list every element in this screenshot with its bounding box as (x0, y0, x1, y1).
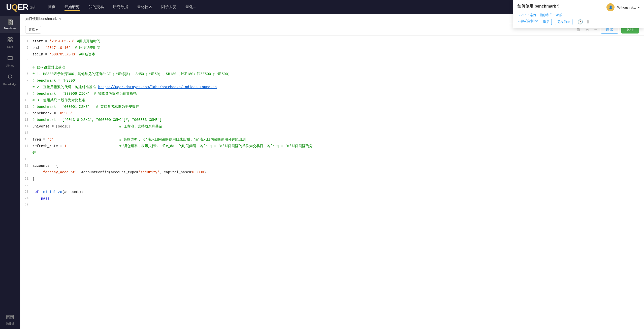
line-number: 3 (20, 51, 33, 58)
notebook-icon: 📓 (7, 20, 14, 25)
line-content: 'fantasy_account': AccountConfig(account… (33, 169, 644, 176)
line-content: universe = [secID] # 证券池，支持股票和基金 (33, 123, 644, 130)
line-number: 2 (20, 45, 33, 51)
top-navigation: UQER 优矿 首页 开始研究 我的交易 研究数据 量化社区 因子大赛 量化..… (0, 0, 644, 14)
line-content: # 3. 使用某只个股作为对比基准 (33, 97, 644, 104)
line-number: 5 (20, 64, 33, 71)
code-line-7: 7 # benchmark = 'HS300' (20, 77, 644, 84)
line-number: 22 (20, 182, 33, 189)
line-number: 6 (20, 71, 33, 77)
strategy-button[interactable]: 策略 ▾ (25, 26, 41, 34)
popup-api-link[interactable]: → API：案例，指数和单一标的 (517, 13, 640, 17)
nav-more[interactable]: 量化... (185, 4, 196, 11)
nav-contest[interactable]: 因子大赛 (161, 4, 176, 11)
nav-research[interactable]: 开始研究 (65, 4, 80, 11)
code-line-5: 5 # 如何设置对比基准 (20, 64, 644, 71)
code-line-11: 11 # benchmark = '000001.XSHE' # 策略参考标准为… (20, 104, 644, 110)
line-content: pass (33, 195, 644, 202)
sidebar-item-data[interactable]: Data (0, 33, 20, 52)
data-icon (7, 37, 13, 44)
line-number: 15 (20, 130, 33, 136)
line-content: benchmark = 'HS300' (33, 110, 644, 117)
line-number: 21 (20, 176, 33, 182)
line-number: 16 (20, 136, 33, 143)
nav-home[interactable]: 首页 (48, 4, 55, 11)
popup-dropdown-icon[interactable]: ▾ (638, 6, 640, 9)
line-content: # 2. 直接用指数的代码，构建对比基准 https://uqer.dataye… (33, 84, 644, 90)
code-line-9: 9 # benchmark = '399006.ZICN' # 策略参考标准为创… (20, 90, 644, 97)
code-line-17b: 钟 (20, 149, 644, 156)
sidebar-item-shortcuts[interactable]: ⌨ 快捷键 (0, 311, 20, 329)
line-content (33, 156, 644, 162)
sidebar-library-label: Library (6, 64, 14, 67)
main-layout: 📓 Notebook Data Libr (0, 14, 644, 329)
line-number: 4 (20, 58, 33, 64)
sidebar-shortcuts-label: 快捷键 (6, 322, 14, 325)
history-icon[interactable]: 🕐 (577, 19, 583, 25)
svg-rect-0 (8, 38, 10, 39)
line-content (33, 58, 644, 64)
line-number: 13 (20, 117, 33, 123)
code-line-15: 15 (20, 130, 644, 136)
sidebar-item-notebook[interactable]: 📓 Notebook (0, 16, 20, 33)
left-sidebar: 📓 Notebook Data Libr (0, 14, 20, 329)
line-number: 25 (20, 202, 33, 208)
line-number: 7 (20, 77, 33, 84)
code-line-12: 12 benchmark = 'HS300' (20, 110, 644, 117)
code-editor[interactable]: 1 start = '2014-05-28' #回测开始时间 2 end = '… (20, 36, 644, 329)
line-content: freq = 'd' # 策略类型，'d'表示日间策略使用日线回测，'m'表示日… (33, 136, 644, 143)
code-line-1: 1 start = '2014-05-28' #回测开始时间 (20, 38, 644, 45)
line-content: # benchmark = 'HS300' (33, 77, 644, 84)
line-content: refresh_rate = 1 # 调仓频率，表示执行handle_data的… (33, 143, 644, 149)
code-line-24: 24 pass (20, 195, 644, 202)
popup-actions: ←尝试自制list 重启 另存为lib 🕐 ⇧ (517, 19, 640, 25)
strategy-label: 策略 (28, 27, 35, 32)
line-content: # 如何设置对比基准 (33, 64, 644, 71)
popup-title: 如何使用 benchmark？ (517, 4, 560, 9)
strategy-dropdown-icon: ▾ (36, 28, 38, 32)
line-number: 12 (20, 110, 33, 117)
code-line-16: 16 freq = 'd' # 策略类型，'d'表示日间策略使用日线回测，'m'… (20, 136, 644, 143)
line-number: 20 (20, 169, 33, 176)
save-as-lib-button[interactable]: 另存为lib (555, 19, 572, 25)
code-line-19: 19 accounts = { (20, 162, 644, 169)
sidebar-item-library[interactable]: Library (0, 52, 20, 71)
knowledge-icon (7, 74, 13, 81)
line-number: 18 (20, 156, 33, 162)
nav-trade[interactable]: 我的交易 (89, 4, 104, 11)
sidebar-data-label: Data (7, 45, 13, 48)
code-line-14: 14 universe = [secID] # 证券池，支持股票和基金 (20, 123, 644, 130)
code-line-25: 25 (20, 202, 644, 208)
line-number: 14 (20, 123, 33, 130)
logo-text: UQER (6, 3, 28, 12)
code-line-22: 22 (20, 182, 644, 189)
code-line-3: 3 secID = '600705.XSHG' #中航资本 (20, 51, 644, 58)
user-avatar: 👤 (606, 3, 615, 11)
line-content (33, 182, 644, 189)
line-content: # benchmark = '000001.XSHE' # 策略参考标准为平安银… (33, 104, 644, 110)
sidebar-item-knowledge[interactable]: Knowledge (0, 71, 20, 89)
nav-data[interactable]: 研究数据 (113, 4, 128, 11)
line-number: 11 (20, 104, 33, 110)
line-number: 9 (20, 90, 33, 97)
share-icon[interactable]: ⇧ (586, 19, 590, 25)
edit-icon[interactable]: ✎ (59, 17, 62, 21)
code-line-13: 13 # benchmark = ["601318.XSHG", "600000… (20, 117, 644, 123)
popup-username: Pythonstrat... (617, 6, 636, 9)
popup-list-link[interactable]: ←尝试自制list (517, 19, 538, 23)
logo: UQER 优矿 (6, 3, 36, 12)
code-line-8: 8 # 2. 直接用指数的代码，构建对比基准 https://uqer.data… (20, 84, 644, 90)
library-icon (7, 55, 13, 62)
keyboard-icon: ⌨ (6, 315, 14, 320)
content-area: 如何使用benchmark ✎ 策略 ▾ 🗑 ✂ ··· 调试 运行 1 sta… (20, 14, 644, 329)
restart-button[interactable]: 重启 (541, 19, 552, 25)
sidebar-knowledge-label: Knowledge (3, 83, 17, 86)
code-line-6: 6 # 1. HS300表示沪深300，其他常见的还有SHCI（上证综指）、SH… (20, 71, 644, 77)
line-content: # 1. HS300表示沪深300，其他常见的还有SHCI（上证综指）、SH50… (33, 71, 644, 77)
sidebar-notebook-label: Notebook (4, 27, 16, 30)
line-number: 10 (20, 97, 33, 104)
line-number: 19 (20, 162, 33, 169)
line-content: } (33, 176, 644, 182)
nav-community[interactable]: 量化社区 (137, 4, 152, 11)
code-line-20: 20 'fantasy_account': AccountConfig(acco… (20, 169, 644, 176)
